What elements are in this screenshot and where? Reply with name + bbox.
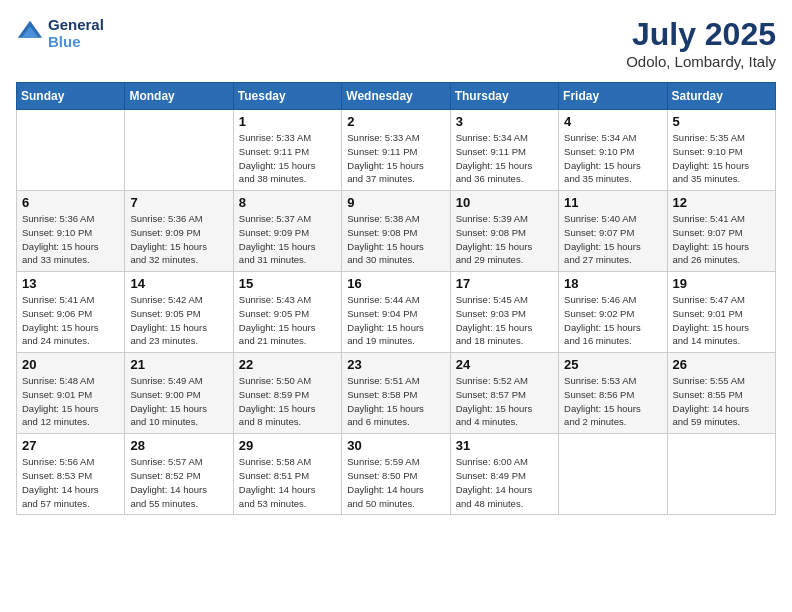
week-row-1: 1Sunrise: 5:33 AM Sunset: 9:11 PM Daylig…: [17, 110, 776, 191]
week-row-3: 13Sunrise: 5:41 AM Sunset: 9:06 PM Dayli…: [17, 272, 776, 353]
day-detail: Sunrise: 5:43 AM Sunset: 9:05 PM Dayligh…: [239, 293, 336, 348]
weekday-header-friday: Friday: [559, 83, 667, 110]
calendar-cell: 7Sunrise: 5:36 AM Sunset: 9:09 PM Daylig…: [125, 191, 233, 272]
calendar-cell: 11Sunrise: 5:40 AM Sunset: 9:07 PM Dayli…: [559, 191, 667, 272]
calendar-cell: 5Sunrise: 5:35 AM Sunset: 9:10 PM Daylig…: [667, 110, 775, 191]
day-detail: Sunrise: 5:41 AM Sunset: 9:06 PM Dayligh…: [22, 293, 119, 348]
weekday-header-tuesday: Tuesday: [233, 83, 341, 110]
calendar-cell: 10Sunrise: 5:39 AM Sunset: 9:08 PM Dayli…: [450, 191, 558, 272]
day-number: 9: [347, 195, 444, 210]
day-detail: Sunrise: 5:49 AM Sunset: 9:00 PM Dayligh…: [130, 374, 227, 429]
day-number: 18: [564, 276, 661, 291]
day-detail: Sunrise: 5:56 AM Sunset: 8:53 PM Dayligh…: [22, 455, 119, 510]
day-number: 28: [130, 438, 227, 453]
calendar-cell: 13Sunrise: 5:41 AM Sunset: 9:06 PM Dayli…: [17, 272, 125, 353]
day-detail: Sunrise: 5:45 AM Sunset: 9:03 PM Dayligh…: [456, 293, 553, 348]
day-number: 16: [347, 276, 444, 291]
week-row-4: 20Sunrise: 5:48 AM Sunset: 9:01 PM Dayli…: [17, 353, 776, 434]
day-detail: Sunrise: 5:38 AM Sunset: 9:08 PM Dayligh…: [347, 212, 444, 267]
calendar-cell: 22Sunrise: 5:50 AM Sunset: 8:59 PM Dayli…: [233, 353, 341, 434]
day-detail: Sunrise: 5:41 AM Sunset: 9:07 PM Dayligh…: [673, 212, 770, 267]
day-detail: Sunrise: 5:36 AM Sunset: 9:10 PM Dayligh…: [22, 212, 119, 267]
day-detail: Sunrise: 5:40 AM Sunset: 9:07 PM Dayligh…: [564, 212, 661, 267]
day-number: 30: [347, 438, 444, 453]
calendar-cell: 1Sunrise: 5:33 AM Sunset: 9:11 PM Daylig…: [233, 110, 341, 191]
logo: General Blue: [16, 16, 104, 50]
weekday-header-saturday: Saturday: [667, 83, 775, 110]
week-row-5: 27Sunrise: 5:56 AM Sunset: 8:53 PM Dayli…: [17, 434, 776, 515]
weekday-header-row: SundayMondayTuesdayWednesdayThursdayFrid…: [17, 83, 776, 110]
calendar-cell: 4Sunrise: 5:34 AM Sunset: 9:10 PM Daylig…: [559, 110, 667, 191]
weekday-header-monday: Monday: [125, 83, 233, 110]
day-detail: Sunrise: 5:42 AM Sunset: 9:05 PM Dayligh…: [130, 293, 227, 348]
calendar-cell: 20Sunrise: 5:48 AM Sunset: 9:01 PM Dayli…: [17, 353, 125, 434]
day-number: 15: [239, 276, 336, 291]
month-title: July 2025: [626, 16, 776, 53]
calendar-cell: 14Sunrise: 5:42 AM Sunset: 9:05 PM Dayli…: [125, 272, 233, 353]
day-detail: Sunrise: 5:35 AM Sunset: 9:10 PM Dayligh…: [673, 131, 770, 186]
logo-text-line1: General: [48, 16, 104, 33]
day-detail: Sunrise: 5:48 AM Sunset: 9:01 PM Dayligh…: [22, 374, 119, 429]
calendar-cell: 8Sunrise: 5:37 AM Sunset: 9:09 PM Daylig…: [233, 191, 341, 272]
day-number: 17: [456, 276, 553, 291]
calendar-cell: 26Sunrise: 5:55 AM Sunset: 8:55 PM Dayli…: [667, 353, 775, 434]
calendar-cell: 15Sunrise: 5:43 AM Sunset: 9:05 PM Dayli…: [233, 272, 341, 353]
calendar-cell: 29Sunrise: 5:58 AM Sunset: 8:51 PM Dayli…: [233, 434, 341, 515]
day-detail: Sunrise: 5:52 AM Sunset: 8:57 PM Dayligh…: [456, 374, 553, 429]
calendar-cell: 28Sunrise: 5:57 AM Sunset: 8:52 PM Dayli…: [125, 434, 233, 515]
calendar-table: SundayMondayTuesdayWednesdayThursdayFrid…: [16, 82, 776, 515]
title-block: July 2025 Odolo, Lombardy, Italy: [626, 16, 776, 70]
day-number: 11: [564, 195, 661, 210]
weekday-header-thursday: Thursday: [450, 83, 558, 110]
day-number: 12: [673, 195, 770, 210]
day-number: 19: [673, 276, 770, 291]
day-number: 3: [456, 114, 553, 129]
day-detail: Sunrise: 5:34 AM Sunset: 9:10 PM Dayligh…: [564, 131, 661, 186]
calendar-cell: 24Sunrise: 5:52 AM Sunset: 8:57 PM Dayli…: [450, 353, 558, 434]
calendar-cell: 12Sunrise: 5:41 AM Sunset: 9:07 PM Dayli…: [667, 191, 775, 272]
day-detail: Sunrise: 5:39 AM Sunset: 9:08 PM Dayligh…: [456, 212, 553, 267]
day-number: 25: [564, 357, 661, 372]
calendar-cell: 6Sunrise: 5:36 AM Sunset: 9:10 PM Daylig…: [17, 191, 125, 272]
day-number: 22: [239, 357, 336, 372]
calendar-cell: 30Sunrise: 5:59 AM Sunset: 8:50 PM Dayli…: [342, 434, 450, 515]
calendar-cell: [17, 110, 125, 191]
day-detail: Sunrise: 5:36 AM Sunset: 9:09 PM Dayligh…: [130, 212, 227, 267]
day-number: 13: [22, 276, 119, 291]
day-number: 26: [673, 357, 770, 372]
calendar-cell: 21Sunrise: 5:49 AM Sunset: 9:00 PM Dayli…: [125, 353, 233, 434]
day-number: 7: [130, 195, 227, 210]
day-number: 5: [673, 114, 770, 129]
calendar-cell: 2Sunrise: 5:33 AM Sunset: 9:11 PM Daylig…: [342, 110, 450, 191]
day-detail: Sunrise: 6:00 AM Sunset: 8:49 PM Dayligh…: [456, 455, 553, 510]
day-detail: Sunrise: 5:50 AM Sunset: 8:59 PM Dayligh…: [239, 374, 336, 429]
day-detail: Sunrise: 5:53 AM Sunset: 8:56 PM Dayligh…: [564, 374, 661, 429]
week-row-2: 6Sunrise: 5:36 AM Sunset: 9:10 PM Daylig…: [17, 191, 776, 272]
day-number: 10: [456, 195, 553, 210]
day-detail: Sunrise: 5:44 AM Sunset: 9:04 PM Dayligh…: [347, 293, 444, 348]
day-number: 27: [22, 438, 119, 453]
day-detail: Sunrise: 5:37 AM Sunset: 9:09 PM Dayligh…: [239, 212, 336, 267]
day-number: 31: [456, 438, 553, 453]
day-detail: Sunrise: 5:55 AM Sunset: 8:55 PM Dayligh…: [673, 374, 770, 429]
day-number: 29: [239, 438, 336, 453]
day-detail: Sunrise: 5:33 AM Sunset: 9:11 PM Dayligh…: [347, 131, 444, 186]
day-number: 2: [347, 114, 444, 129]
calendar-cell: 3Sunrise: 5:34 AM Sunset: 9:11 PM Daylig…: [450, 110, 558, 191]
day-detail: Sunrise: 5:59 AM Sunset: 8:50 PM Dayligh…: [347, 455, 444, 510]
day-number: 24: [456, 357, 553, 372]
day-detail: Sunrise: 5:58 AM Sunset: 8:51 PM Dayligh…: [239, 455, 336, 510]
day-number: 6: [22, 195, 119, 210]
day-detail: Sunrise: 5:34 AM Sunset: 9:11 PM Dayligh…: [456, 131, 553, 186]
day-detail: Sunrise: 5:33 AM Sunset: 9:11 PM Dayligh…: [239, 131, 336, 186]
weekday-header-wednesday: Wednesday: [342, 83, 450, 110]
day-number: 23: [347, 357, 444, 372]
logo-text-line2: Blue: [48, 33, 104, 50]
location: Odolo, Lombardy, Italy: [626, 53, 776, 70]
day-number: 20: [22, 357, 119, 372]
calendar-cell: 23Sunrise: 5:51 AM Sunset: 8:58 PM Dayli…: [342, 353, 450, 434]
calendar-cell: [125, 110, 233, 191]
calendar-cell: 25Sunrise: 5:53 AM Sunset: 8:56 PM Dayli…: [559, 353, 667, 434]
day-number: 1: [239, 114, 336, 129]
calendar-cell: 16Sunrise: 5:44 AM Sunset: 9:04 PM Dayli…: [342, 272, 450, 353]
